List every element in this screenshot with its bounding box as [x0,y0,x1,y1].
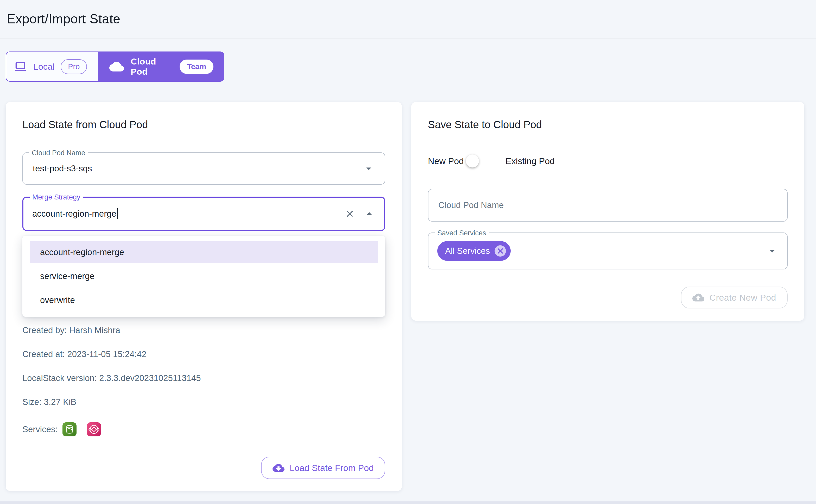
load-state-from-pod-button[interactable]: Load State From Pod [261,457,385,479]
dropdown-option-overwrite[interactable]: overwrite [30,289,378,311]
chevron-down-icon[interactable] [766,245,778,257]
created-by-text: Created by: Harsh Mishra [22,325,385,335]
main-content: Local Pro Cloud Pod Team Load State from… [0,38,816,491]
new-pod-name-input[interactable] [438,200,777,210]
saved-services-label: Saved Services [435,229,489,237]
localstack-version-text: LocalStack version: 2.3.3.dev20231025113… [22,373,385,383]
s3-icon [62,422,76,436]
save-card-title: Save State to Cloud Pod [428,119,788,131]
existing-pod-label: Existing Pod [505,156,555,166]
cloud-upload-icon [692,292,704,303]
pod-mode-toggle-row: New Pod Existing Pod [428,154,788,167]
laptop-icon [14,60,27,73]
create-new-pod-button[interactable]: Create New Pod [681,287,788,308]
team-badge: Team [179,60,214,74]
dropdown-option-service-merge[interactable]: service-merge [30,265,378,287]
pod-mode-switch[interactable] [471,157,492,165]
tab-local-label: Local [33,62,54,72]
new-pod-name-field[interactable] [428,189,788,222]
storage-mode-toggle: Local Pro Cloud Pod Team [6,51,225,82]
cloud-download-icon [273,462,285,474]
services-row: Services: [22,422,385,436]
switch-thumb[interactable] [466,154,479,167]
cloud-pod-name-select[interactable]: Cloud Pod Name test-pod-s3-sqs [22,152,385,185]
chevron-up-icon[interactable] [363,208,375,220]
dropdown-option-account-region-merge[interactable]: account-region-merge [30,241,378,263]
new-pod-label: New Pod [428,156,464,166]
all-services-chip[interactable]: All Services [437,241,511,261]
merge-strategy-input[interactable]: Merge Strategy account-region-merge [22,197,385,231]
page-title: Export/Import State [7,11,120,27]
create-new-pod-label: Create New Pod [710,293,776,303]
cloud-pod-name-select-label: Cloud Pod Name [29,148,88,157]
bottom-edge-strip [0,501,816,504]
text-cursor [117,208,118,219]
load-state-card: Load State from Cloud Pod Cloud Pod Name… [6,102,402,491]
load-state-from-pod-label: Load State From Pod [290,463,374,473]
merge-strategy-label: Merge Strategy [30,193,83,202]
page-header: Export/Import State [0,0,816,38]
tab-local[interactable]: Local Pro [6,51,98,82]
all-services-chip-label: All Services [445,246,490,256]
merge-strategy-value: account-region-merge [32,209,116,219]
cloud-pod-name-select-value: test-pod-s3-sqs [33,164,92,173]
merge-strategy-dropdown: account-region-merge service-merge overw… [22,236,385,317]
save-state-card: Save State to Cloud Pod New Pod Existing… [411,102,804,321]
services-label: Services: [22,424,58,434]
pod-metadata: Created by: Harsh Mishra Created at: 202… [22,325,385,407]
created-at-text: Created at: 2023-11-05 15:24:42 [22,349,385,359]
pro-badge: Pro [61,59,87,74]
clear-icon[interactable] [345,209,355,219]
size-text: Size: 3.27 KiB [22,397,385,407]
sqs-icon [87,422,101,436]
chevron-down-icon[interactable] [363,163,375,175]
chip-delete-icon[interactable] [493,244,507,258]
tab-cloud-pod[interactable]: Cloud Pod Team [98,51,225,82]
load-card-title: Load State from Cloud Pod [22,119,385,131]
cloud-icon [109,59,124,74]
tab-cloud-pod-label: Cloud Pod [131,56,173,77]
saved-services-select[interactable]: Saved Services All Services [428,232,788,269]
